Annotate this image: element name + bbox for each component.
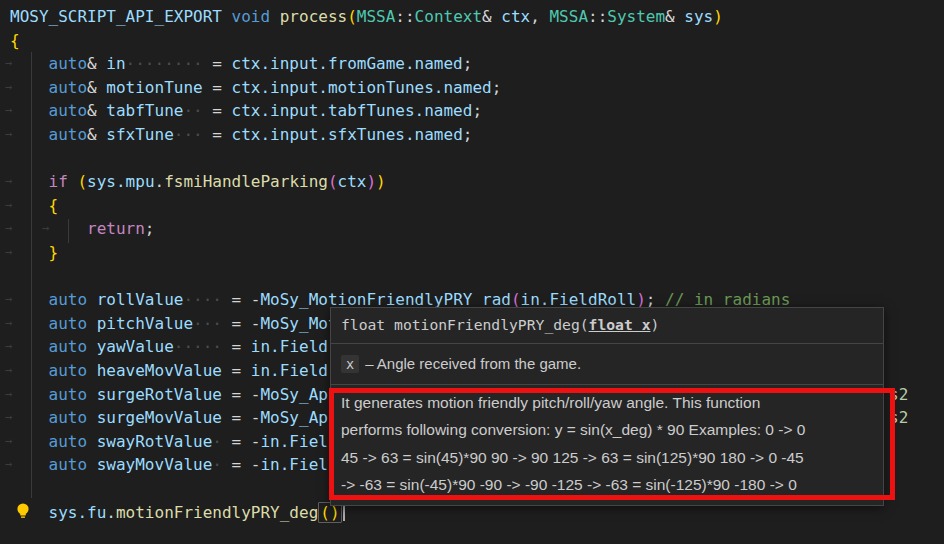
code-token: ctx — [338, 172, 367, 191]
code-token: = - — [222, 408, 261, 427]
code-line-text: auto heaveMovValue = in.Field — [10, 359, 328, 383]
code-line[interactable] — [0, 265, 944, 289]
code-token: MSSA — [357, 7, 396, 26]
code-token: ctx — [501, 7, 530, 26]
tooltip-signature: float motionFriendlyPRY_deg(float x) — [331, 308, 883, 343]
code-token — [10, 361, 49, 380]
code-token: = - — [222, 385, 261, 404]
code-token: rollValue — [97, 290, 184, 309]
code-line[interactable]: → { — [0, 194, 944, 218]
code-token — [10, 385, 49, 404]
code-token: MSSA — [549, 7, 588, 26]
code-token: } — [49, 243, 59, 262]
code-token: ··· — [174, 125, 203, 144]
code-token — [87, 290, 97, 309]
code-token: MOSY_SCRIPT_API_EXPORT — [10, 7, 222, 26]
code-token: ; — [463, 125, 473, 144]
code-token: ctx.input.sfxTunes.named — [232, 125, 463, 144]
code-token — [222, 7, 232, 26]
code-line-text: { — [10, 194, 58, 218]
code-token — [87, 314, 97, 333]
code-line[interactable]: → auto& motionTune = ctx.input.motionTun… — [0, 76, 944, 100]
code-line-text: auto swayMovValue· = -in.Fiel — [10, 453, 328, 477]
code-editor: MOSY_SCRIPT_API_EXPORT void process(MSSA… — [0, 0, 944, 544]
code-token: auto — [49, 385, 88, 404]
code-token: motionFriendlyPRY_deg — [116, 503, 318, 522]
code-token: ··· — [193, 314, 222, 333]
code-token: tabfTune — [106, 101, 183, 120]
code-token — [10, 219, 87, 238]
code-token: swayRotValue — [97, 432, 213, 451]
code-token: ctx.input.tabfTunes.named — [232, 101, 473, 120]
code-line[interactable]: → auto& tabfTune·· = ctx.input.tabfTunes… — [0, 99, 944, 123]
code-token: ( — [328, 172, 338, 191]
code-line[interactable]: → if (sys.mpu.fsmiHandleParking(ctx)) — [0, 170, 944, 194]
code-line[interactable]: → } — [0, 241, 944, 265]
code-token: yawValue — [97, 337, 174, 356]
code-token: & — [482, 7, 501, 26]
tooltip-parameter-row: x– Angle received from the game. — [331, 344, 883, 384]
code-line[interactable]: MOSY_SCRIPT_API_EXPORT void process(MSSA… — [0, 5, 944, 29]
code-token — [10, 125, 49, 144]
code-line-text: auto& motionTune = ctx.input.motionTunes… — [10, 76, 501, 100]
code-line-text: auto surgeMovValue = -MoSy_Ap — [10, 406, 328, 430]
code-token: auto — [49, 290, 88, 309]
code-token — [270, 7, 280, 26]
code-token: in.Fiel — [260, 432, 327, 451]
code-token: & — [87, 54, 106, 73]
code-token: . — [106, 503, 116, 522]
code-token: · — [212, 455, 222, 474]
code-token: sys.fu — [49, 503, 107, 522]
code-token: surgeRotValue — [97, 385, 222, 404]
code-token: = — [203, 101, 232, 120]
code-line-text: auto yawValue····· = in.Field — [10, 335, 328, 359]
code-token: if — [49, 172, 68, 191]
code-token — [68, 172, 78, 191]
code-line[interactable] — [0, 147, 944, 171]
parameter-name-chip: x — [341, 355, 359, 373]
code-token: auto — [49, 432, 88, 451]
code-token: · — [212, 432, 222, 451]
code-token: ctx.input.motionTunes.named — [232, 78, 492, 97]
lightbulb-icon[interactable] — [13, 501, 33, 521]
code-token: = — [203, 125, 232, 144]
code-token: auto — [49, 78, 88, 97]
code-line[interactable]: →→ return; — [0, 217, 944, 241]
code-token — [87, 385, 97, 404]
code-token: ; — [492, 78, 502, 97]
code-token: MoSy_Ap — [260, 408, 327, 427]
code-token: auto — [49, 314, 88, 333]
code-token: sfxTune — [106, 125, 173, 144]
code-token: ) — [376, 172, 386, 191]
code-token — [10, 78, 49, 97]
code-token: auto — [49, 408, 88, 427]
code-token: ; — [463, 54, 473, 73]
code-token: auto — [49, 101, 88, 120]
code-token — [87, 408, 97, 427]
code-token — [10, 54, 49, 73]
code-token: sys.mpu — [87, 172, 154, 191]
code-token: auto — [49, 54, 88, 73]
code-token: & — [87, 125, 106, 144]
code-token — [10, 337, 49, 356]
code-line[interactable]: → auto& sfxTune··· = ctx.input.sfxTunes.… — [0, 123, 944, 147]
code-token: return — [87, 219, 145, 238]
code-token: :: — [588, 7, 607, 26]
code-line[interactable]: → auto& in········ = ctx.input.fromGame.… — [0, 52, 944, 76]
code-token: & — [665, 7, 684, 26]
code-token: in — [106, 54, 125, 73]
code-token: ····· — [174, 337, 222, 356]
code-token: ···· — [183, 290, 222, 309]
signature-active-param: float x — [589, 316, 651, 333]
code-token: ; — [145, 219, 155, 238]
code-token: MoSy_Mot — [260, 314, 337, 333]
code-line-text: auto surgeRotValue = -MoSy_Ap — [10, 383, 328, 407]
code-token: = — [203, 78, 232, 97]
code-line-text: } — [10, 241, 58, 265]
code-token — [10, 196, 49, 215]
code-token — [10, 314, 49, 333]
code-token: { — [10, 31, 20, 50]
code-token: sys — [684, 7, 713, 26]
code-line[interactable]: { — [0, 29, 944, 53]
code-line-text: auto& in········ = ctx.input.fromGame.na… — [10, 52, 472, 76]
